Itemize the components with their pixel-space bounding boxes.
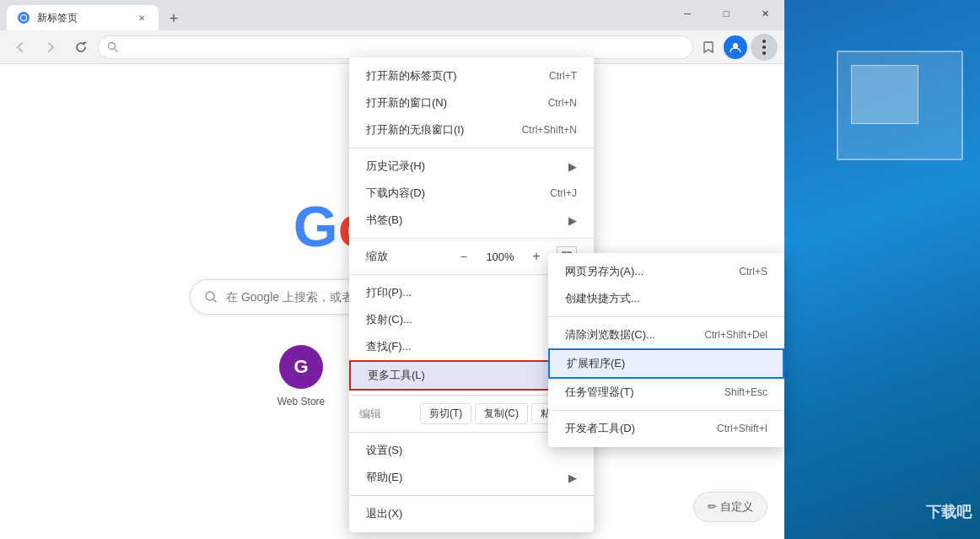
submenu-divider-1 xyxy=(548,316,784,317)
desktop-background: 下载吧 xyxy=(784,0,980,539)
shortcut-webstore-label: Web Store xyxy=(277,396,325,407)
menu-divider-1 xyxy=(349,148,594,148)
menu-item-open-new-window[interactable]: 打开新的窗口(N) Ctrl+N xyxy=(349,89,594,116)
menu-item-open-new-tab[interactable]: 打开新的标签页(T) Ctrl+T xyxy=(349,62,594,89)
svg-point-2 xyxy=(21,15,26,20)
tab-favicon xyxy=(17,11,30,24)
cut-button[interactable]: 剪切(T) xyxy=(420,403,471,424)
submenu-item-clear-data[interactable]: 清除浏览数据(C)... Ctrl+Shift+Del xyxy=(548,321,784,348)
shortcut-webstore[interactable]: G Web Store xyxy=(277,345,325,410)
submenu-item-create-shortcut[interactable]: 创建快捷方式... xyxy=(548,285,784,312)
submenu-more-tools: 网页另存为(A)... Ctrl+S 创建快捷方式... 清除浏览数据(C)..… xyxy=(548,253,784,447)
search-icon-address xyxy=(107,41,118,52)
titlebar: 新标签页 ✕ + ─ □ ✕ xyxy=(0,0,784,30)
maximize-button[interactable]: □ xyxy=(707,0,746,27)
zoom-value: 100% xyxy=(484,251,516,263)
desktop-window-inner xyxy=(851,65,918,124)
window-controls: ─ □ ✕ xyxy=(668,0,784,30)
desktop-window-preview xyxy=(837,51,963,160)
zoom-plus-button[interactable]: + xyxy=(526,246,547,267)
customize-button[interactable]: ✏ 自定义 xyxy=(693,492,767,522)
submenu-item-save-page[interactable]: 网页另存为(A)... Ctrl+S xyxy=(548,258,784,285)
menu-divider-6 xyxy=(349,495,594,496)
tab-title: 新标签页 xyxy=(37,11,128,25)
new-tab-button[interactable]: + xyxy=(162,7,186,30)
menu-item-help[interactable]: 帮助(E) ▶ xyxy=(349,464,594,491)
forward-button[interactable] xyxy=(37,34,64,61)
desktop-watermark: 下载吧 xyxy=(926,502,972,522)
url-input[interactable] xyxy=(123,40,684,53)
active-tab[interactable]: 新标签页 ✕ xyxy=(7,5,159,30)
bookmark-button[interactable] xyxy=(697,35,720,59)
browser-window: 新标签页 ✕ + ─ □ ✕ xyxy=(0,0,784,539)
submenu-item-task-manager[interactable]: 任务管理器(T) Shift+Esc xyxy=(548,379,784,406)
address-bar[interactable] xyxy=(98,35,693,59)
svg-point-3 xyxy=(109,43,116,50)
zoom-minus-button[interactable]: － xyxy=(454,246,474,267)
close-button[interactable]: ✕ xyxy=(746,0,784,27)
logo-g: G xyxy=(293,194,338,258)
menu-item-history[interactable]: 历史记录(H) ▶ xyxy=(349,153,594,180)
chrome-menu-button[interactable] xyxy=(751,34,778,61)
submenu-item-devtools[interactable]: 开发者工具(D) Ctrl+Shift+I xyxy=(548,415,784,442)
shortcut-webstore-icon: G xyxy=(279,345,323,389)
menu-item-bookmarks[interactable]: 书签(B) ▶ xyxy=(349,207,594,234)
search-icon xyxy=(204,290,218,304)
tab-close-button[interactable]: ✕ xyxy=(135,11,148,24)
refresh-button[interactable] xyxy=(67,34,94,61)
back-button[interactable] xyxy=(7,34,34,61)
submenu-divider-2 xyxy=(548,410,784,411)
profile-button[interactable] xyxy=(724,35,747,59)
minimize-button[interactable]: ─ xyxy=(668,0,707,27)
menu-item-incognito[interactable]: 打开新的无痕窗口(I) Ctrl+Shift+N xyxy=(349,116,594,143)
copy-button[interactable]: 复制(C) xyxy=(475,403,528,424)
menu-divider-2 xyxy=(349,238,594,239)
svg-point-4 xyxy=(733,43,738,48)
submenu-item-extensions[interactable]: 扩展程序(E) xyxy=(548,348,784,379)
tabs-area: 新标签页 ✕ + xyxy=(0,0,668,30)
menu-item-exit[interactable]: 退出(X) xyxy=(349,500,594,527)
menu-item-downloads[interactable]: 下载内容(D) Ctrl+J xyxy=(349,180,594,207)
